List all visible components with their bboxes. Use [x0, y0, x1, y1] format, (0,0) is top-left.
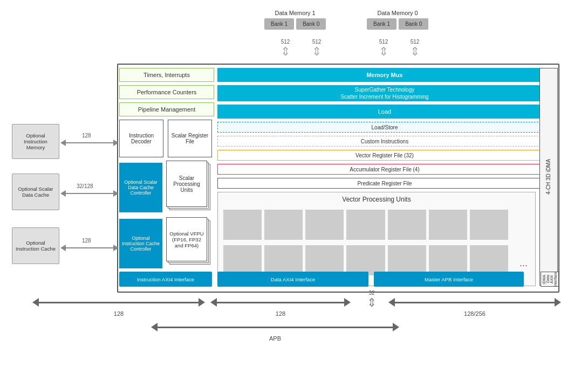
predicate-reg-file-block: Predicate Register File	[217, 178, 552, 189]
bus-512-2: 512	[312, 39, 322, 45]
bottom-128-256-label: 128/256	[464, 310, 486, 317]
data-axi4-bar: Data AXI4 Interface	[217, 272, 368, 287]
inst-mem-connector	[60, 139, 119, 147]
opt-inst-cache-ctrl-block: Optional Instruction Cache Controller	[119, 219, 162, 268]
vector-reg-file-block: Vector Register File (32)	[217, 150, 552, 161]
bottom-bus-32: 32 ⇕	[367, 290, 377, 310]
perf-counters-block: Performance Counters	[119, 85, 214, 99]
opt-inst-cache-block: Optional Instruction Cache	[12, 227, 59, 264]
memory-mux-block: Memory Mux	[217, 68, 552, 82]
pipeline-block: Pipeline Management	[119, 102, 214, 116]
dm0-bank0: Bank 0	[399, 18, 428, 30]
bus-512-1: 512	[281, 39, 290, 45]
idma-data-axi4-bar: iDMA Data AXI4 Interface	[541, 272, 559, 287]
dm1-bank1: Bank 1	[264, 18, 294, 30]
bottom-bus-128-256: 128/256	[388, 297, 561, 318]
data-memory-1-label: Data Memory 1	[275, 10, 316, 16]
apb-bus: APB	[151, 322, 399, 343]
bus-32-128-label: 32/128	[77, 183, 93, 189]
apb-label: APB	[269, 335, 281, 342]
inst-cache-connector	[60, 244, 119, 252]
bus-128-inst-cache-label: 128	[82, 238, 91, 244]
load-store-block: Load/Store	[217, 122, 552, 133]
scalar-cache-connector	[60, 190, 119, 197]
opt-vfpu-stack: Optional VFPU (FP16, FP32 and FP64)	[166, 217, 214, 270]
bottom-bus-128-left: 128	[32, 297, 205, 318]
dm0-bank1: Bank 1	[367, 18, 396, 30]
custom-instructions-block: Custom Instructions	[217, 136, 552, 147]
bottom-128-label-2: 128	[276, 310, 285, 317]
bottom-128-label-1: 128	[114, 310, 124, 317]
dm1-bank0: Bank 0	[296, 18, 326, 30]
bus-128-inst-label: 128	[82, 133, 91, 139]
idma-block: 4-CH 3D iDMA	[539, 68, 558, 286]
instruction-decoder-block: Instruction Decoder	[119, 120, 163, 157]
vpu-label: Vector Processing Units	[218, 196, 535, 203]
bus-512-4: 512	[411, 39, 420, 45]
opt-scalar-cache-ctrl-block: Optional Scalar Data Cache Controller	[119, 163, 162, 212]
master-apb-bar: Master APB Interface	[374, 272, 524, 287]
inst-axi4-bar: Instruction AXI4 Interface	[119, 272, 212, 287]
data-memory-0-label: Data Memory 0	[378, 10, 418, 16]
scalar-pu-stack: Scalar Processing Units	[166, 161, 214, 214]
bus-512-3: 512	[379, 39, 388, 45]
load-block: Load	[217, 105, 552, 119]
accum-reg-file-block: Accumulator Register File (4)	[217, 164, 552, 175]
bottom-bus-128-mid: 128	[210, 297, 351, 318]
supergather-block: SuperGather TechnologyScatter Increment …	[217, 85, 552, 101]
scalar-register-file-block: Scalar Register File	[168, 120, 212, 157]
vpu-dots: ···	[519, 260, 528, 271]
opt-inst-mem-block: Optional Instruction Memory	[12, 124, 59, 159]
opt-scalar-cache-block: Optional Scalar Data Cache	[12, 174, 59, 210]
timers-block: Timers, Interrupts	[119, 68, 214, 82]
